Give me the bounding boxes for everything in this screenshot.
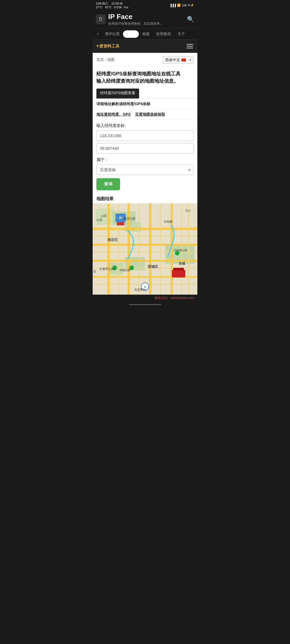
language-selector[interactable]: 简体中文 🇨🇳 English 繁體中文 xyxy=(163,56,194,64)
sub-tab-address[interactable]: 详细地址解析成经纬度/GPS坐标 xyxy=(93,99,197,109)
latitude-input[interactable] xyxy=(96,143,194,153)
query-button[interactable]: 查询 xyxy=(96,178,120,190)
svg-text:马甸桥: 马甸桥 xyxy=(164,220,173,223)
form-section: 输入经纬度坐标: 属于： 百度坐标 WGS84坐标 GCJ02坐标 查询 xyxy=(93,120,197,193)
belongs-label: 属于： xyxy=(96,157,194,162)
tab-spy[interactable]: 偷窥 xyxy=(139,29,153,39)
webview-container: ✦爱资料工具 首页 - 地图 简体中文 🇨🇳 English 繁體中文 经纬度/… xyxy=(93,40,197,295)
map-svg: AI 🏛 🌲 🌲 🌲 山国 公园 海淀公园 xyxy=(93,203,197,295)
app-header-left: 🗒 IP Face 使用前仔细看使用教程，其实很简单。 xyxy=(96,13,163,26)
longitude-input[interactable] xyxy=(96,130,194,141)
search-button[interactable]: 🔍 xyxy=(187,16,194,23)
main-content: 首页 - 地图 简体中文 🇨🇳 English 繁體中文 经纬度/GPS坐标查询… xyxy=(93,53,197,295)
svg-rect-17 xyxy=(149,203,151,295)
app-icon: 🗒 xyxy=(96,14,106,24)
status-bar: 23年周六 10:28:45 27°C 42°C 0.03A K/s ▐▐▐ 📶… xyxy=(93,0,197,10)
svg-text:区: 区 xyxy=(93,270,96,273)
tool-link-address-gps[interactable]: 地址查经纬度、GPS xyxy=(96,112,131,117)
svg-text:AI: AI xyxy=(119,216,122,220)
status-time-temp: 23年周六 10:28:45 27°C 42°C 0.03A K/s xyxy=(96,2,128,9)
page-headline: 经纬度/GPS坐标查询地图地址在线工具 输入经纬度查询对应的地图地址信息。 xyxy=(93,67,197,86)
svg-text:北京西站: 北京西站 xyxy=(134,288,146,291)
svg-rect-19 xyxy=(188,203,189,295)
breadcrumb-row: 首页 - 地图 简体中文 🇨🇳 English 繁體中文 xyxy=(93,53,197,67)
sub-tab-row: 经纬度/GPS地图查看 xyxy=(93,89,197,99)
svg-rect-21 xyxy=(138,203,140,295)
tab-about[interactable]: 关于 xyxy=(174,29,188,39)
svg-text:玲珑公园: 玲珑公园 xyxy=(119,269,130,272)
svg-text:什刹海公园: 什刹海公园 xyxy=(174,249,187,252)
app-header: 🗒 IP Face 使用前仔细看使用教程，其实很简单。 🔍 xyxy=(93,10,197,28)
wifi-icon: 📶 xyxy=(177,3,181,7)
tab-navigation: ‹ 查IP位置 偷窥 使用教程 关于 xyxy=(93,28,197,40)
tab-active[interactable] xyxy=(123,30,139,38)
svg-text:东城: 东城 xyxy=(179,262,185,265)
sub-tab-gps-map[interactable]: 经纬度/GPS地图查看 xyxy=(96,89,139,98)
svg-text:公园: 公园 xyxy=(96,218,102,221)
battery-label: 100 xyxy=(182,4,187,7)
footer-note: 破走论坛：www.pozou.com xyxy=(93,295,197,302)
status-indicators: ▐▐▐ 📶 100 %⚡ xyxy=(169,3,194,7)
tool-link-baidu-pick[interactable]: 百度地图坐标拾取 xyxy=(135,112,165,117)
status-temp-current: 27°C 42°C 0.03A K/s xyxy=(96,6,128,9)
language-selector-wrap[interactable]: 简体中文 🇨🇳 English 繁體中文 xyxy=(163,56,194,64)
svg-rect-15 xyxy=(107,203,110,295)
home-indicator xyxy=(129,304,161,305)
svg-text:🌲: 🌲 xyxy=(176,252,179,255)
svg-text:海淀公园: 海淀公园 xyxy=(124,217,135,220)
app-title: IP Face xyxy=(108,13,163,21)
svg-rect-26 xyxy=(117,222,124,225)
bottom-bar xyxy=(93,302,197,309)
svg-text:玉渊潭公园: 玉渊潭公园 xyxy=(99,267,114,270)
tool-links-row: 地址查经纬度、GPS 百度地图坐标拾取 xyxy=(93,109,197,120)
svg-rect-22 xyxy=(160,203,161,295)
app-subtitle: 使用前仔细看使用教程，其实很简单。 xyxy=(108,21,163,26)
coordinate-label: 输入经纬度坐标: xyxy=(96,123,194,128)
webview-topbar: ✦爱资料工具 xyxy=(93,40,197,53)
svg-text:🌲: 🌲 xyxy=(130,267,133,269)
svg-rect-28 xyxy=(173,268,184,270)
map-container: AI 🏛 🌲 🌲 🌲 山国 公园 海淀公园 xyxy=(93,203,197,295)
app-title-block: IP Face 使用前仔细看使用教程，其实很简单。 xyxy=(108,13,163,26)
battery-icon: %⚡ xyxy=(188,3,194,7)
tab-query-ip[interactable]: 查IP位置 xyxy=(102,29,123,39)
tab-back[interactable]: ‹ xyxy=(94,28,102,39)
status-date-time: 23年周六 10:28:45 xyxy=(96,2,128,6)
tab-tutorial[interactable]: 使用教程 xyxy=(153,29,174,39)
svg-text:海淀区: 海淀区 xyxy=(107,238,118,242)
svg-text:西城区: 西城区 xyxy=(148,265,158,269)
svg-text:克公: 克公 xyxy=(185,209,191,212)
breadcrumb: 首页 - 地图 xyxy=(96,57,115,62)
svg-text:山国: 山国 xyxy=(101,214,107,217)
map-result-label: 地图结果 xyxy=(93,193,197,203)
coordinate-type-wrap[interactable]: 百度坐标 WGS84坐标 GCJ02坐标 xyxy=(96,164,194,175)
coordinate-type-select[interactable]: 百度坐标 WGS84坐标 GCJ02坐标 xyxy=(96,164,194,175)
webview-site-title: ✦爱资料工具 xyxy=(96,44,119,49)
svg-rect-27 xyxy=(172,270,185,277)
signal-icon: ▐▐▐ xyxy=(169,4,176,7)
hamburger-menu[interactable] xyxy=(186,42,194,50)
